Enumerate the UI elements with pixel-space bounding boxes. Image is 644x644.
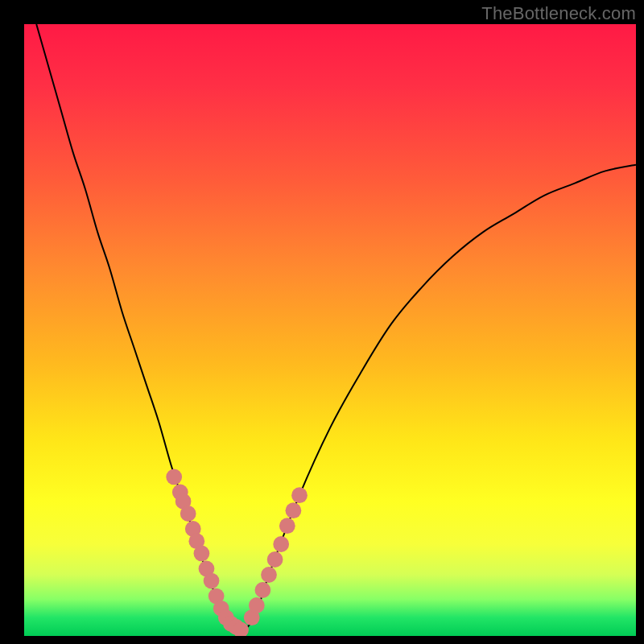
sample-dot bbox=[204, 573, 220, 589]
sample-dot bbox=[267, 551, 283, 568]
sample-dot bbox=[180, 506, 196, 522]
sample-dot bbox=[166, 469, 182, 485]
stage: TheBottleneck.com bbox=[0, 0, 644, 644]
sample-dot bbox=[249, 597, 265, 613]
sample-dot bbox=[286, 502, 302, 518]
sample-dot bbox=[261, 567, 277, 583]
sample-dot bbox=[279, 518, 295, 534]
sample-dot bbox=[291, 487, 308, 503]
sample-dots bbox=[166, 469, 308, 636]
sample-dot bbox=[273, 536, 289, 552]
sample-dot bbox=[255, 582, 271, 598]
dots-layer bbox=[24, 24, 636, 636]
watermark-text: TheBottleneck.com bbox=[481, 3, 636, 24]
sample-dot bbox=[194, 546, 210, 562]
dots-svg bbox=[24, 24, 636, 636]
plot-area bbox=[24, 24, 636, 636]
